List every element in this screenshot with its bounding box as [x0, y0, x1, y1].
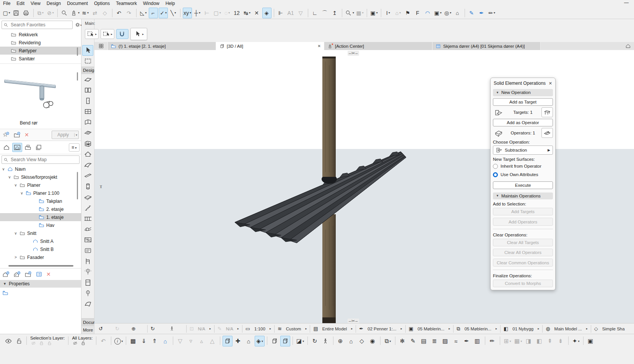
- edit-selection-set-button[interactable]: ▩ ▾: [355, 8, 364, 18]
- explore-button[interactable]: [165, 324, 185, 333]
- new-file-button[interactable]: ▢ ▾: [2, 8, 11, 18]
- arrow-tool-button[interactable]: ▸: [130, 28, 147, 40]
- favorites-folder-revidering[interactable]: Revidering: [0, 39, 81, 47]
- brush-button[interactable]: ✎: [408, 336, 418, 346]
- camera-view-button[interactable]: ◉: [368, 336, 378, 346]
- column-tool[interactable]: [81, 181, 94, 192]
- favorites-search-box[interactable]: [2, 21, 73, 29]
- add-as-operator-button[interactable]: Add as Operator: [493, 119, 553, 126]
- zoom-to-model-button[interactable]: ⌂: [346, 336, 356, 346]
- transform-button[interactable]: ▣ ▾: [369, 8, 379, 18]
- menu-item[interactable]: Teamwork: [113, 0, 140, 6]
- walk-3d-button[interactable]: [321, 336, 331, 346]
- favorites-scrollbar[interactable]: [77, 47, 78, 56]
- stair-tool[interactable]: [81, 202, 94, 213]
- 3d-preset-button[interactable]: ◪ ▾: [295, 336, 305, 346]
- morph-tool[interactable]: [81, 299, 94, 309]
- level-dimension-button[interactable]: ▽: [296, 8, 306, 18]
- tree-item-planer[interactable]: ∨ Planer: [0, 181, 81, 189]
- layer-combination-control[interactable]: ≋ Custom ▸: [276, 324, 309, 333]
- look-to-button[interactable]: ⊕: [336, 336, 346, 346]
- tree-item-snitt-a[interactable]: Snitt A: [0, 237, 81, 245]
- ref-level-3-button[interactable]: ▵: [197, 336, 207, 346]
- raise-element-button[interactable]: ⇞: [545, 336, 555, 346]
- tree-item-skisse[interactable]: ∨ Skisse/forprosjekt: [0, 173, 81, 181]
- wall-junction-button[interactable]: ⊩: [276, 8, 286, 18]
- waves-button[interactable]: ≈: [451, 336, 461, 346]
- zone-stamp-tool[interactable]: [81, 245, 94, 256]
- menu-item[interactable]: Design: [44, 0, 64, 6]
- suspend-groups-button[interactable]: ↶: [99, 336, 109, 346]
- bricks-button[interactable]: ▤: [419, 336, 429, 346]
- clear-all-targets-button[interactable]: Clear All Targets: [493, 239, 553, 246]
- ref-level-1-button[interactable]: ▽: [176, 336, 185, 346]
- view-map-button[interactable]: [12, 143, 22, 152]
- find-again-button[interactable]: ▾: [345, 8, 354, 18]
- snap-points-button[interactable]: ↹ ▾: [242, 8, 252, 18]
- favorites-folder-sanitaer[interactable]: Sanitær: [0, 55, 81, 63]
- grid-snap-button[interactable]: ┼ ▾: [193, 8, 202, 18]
- element-snap-button[interactable]: ◈: [262, 8, 271, 18]
- hatch-button[interactable]: ▨: [441, 336, 450, 346]
- viewmap-search-input[interactable]: [10, 157, 78, 163]
- project-map-button[interactable]: [2, 143, 11, 152]
- view-clone-button[interactable]: ⧉ ▾: [383, 336, 393, 346]
- tab-bar-home-button[interactable]: [622, 42, 634, 50]
- clear-all-operators-button[interactable]: Clear All Operators: [493, 249, 553, 256]
- tree-item-1-etasje[interactable]: 1. etasje: [0, 213, 81, 221]
- flip-door-button[interactable]: ◧: [535, 336, 545, 346]
- minimize-button[interactable]: —: [624, 0, 629, 5]
- curtain-door-tool[interactable]: [81, 85, 94, 95]
- equipment-tool[interactable]: [81, 277, 94, 288]
- add-targets-button[interactable]: Add Targets: [493, 208, 553, 215]
- element-info-button[interactable]: i ▾: [114, 336, 124, 346]
- all-layers-hide-icon[interactable]: [73, 341, 78, 346]
- pen-preview-control[interactable]: ✎ N/A ▸: [216, 324, 241, 333]
- tree-item-snitt-b[interactable]: Snitt B: [0, 245, 81, 253]
- new-folder-icon[interactable]: [24, 271, 32, 278]
- marquee-tool[interactable]: [81, 56, 94, 66]
- maintain-operations-section-header[interactable]: ▼ Maintain Operations: [493, 193, 553, 199]
- zoom-preset-control[interactable]: ⊡ N/A ▸: [188, 324, 213, 333]
- show-operators-button[interactable]: [541, 128, 553, 138]
- zoom-in-button[interactable]: ⊕: [130, 324, 146, 333]
- object-tool[interactable]: [81, 256, 94, 267]
- partial-structure-control[interactable]: ▤ Entire Model ▸: [311, 324, 354, 333]
- go-forward-button[interactable]: ↻: [113, 324, 130, 333]
- perspective-button[interactable]: [270, 336, 280, 346]
- dimension-style-button[interactable]: A1: [286, 8, 296, 18]
- quick-layers-button[interactable]: ≋ ▾: [81, 8, 90, 18]
- redo-button[interactable]: ↷: [125, 8, 134, 18]
- 3d-cutaway-button[interactable]: [223, 336, 232, 346]
- all-layers-lock-icon[interactable]: [81, 341, 86, 346]
- story-settings-button[interactable]: ⌂: [161, 336, 171, 346]
- lower-element-button[interactable]: ⇟: [556, 336, 566, 346]
- publisher-button[interactable]: [34, 143, 44, 152]
- palette-title-bar[interactable]: Solid Element Operations ✕: [493, 79, 553, 87]
- transfer-settings-button[interactable]: ⇄: [91, 8, 100, 18]
- snap-reference-button[interactable]: ✕: [252, 8, 262, 18]
- trace-reference-button[interactable]: ▢ ▾: [213, 8, 222, 18]
- new-view-icon[interactable]: [2, 271, 10, 278]
- tree-scrollbar[interactable]: [77, 172, 78, 199]
- go-back-button[interactable]: ↺: [97, 324, 113, 333]
- menu-item[interactable]: Help: [163, 0, 178, 6]
- gravity-button[interactable]: ◌ ▾: [223, 8, 232, 18]
- model-view-options-control[interactable]: ▣ 05 Møblerin... ▸: [407, 324, 452, 333]
- favorites-button[interactable]: ⌂ ▾: [393, 8, 403, 18]
- text-style-button[interactable]: I ▾: [384, 8, 393, 18]
- door-tool[interactable]: [81, 95, 94, 106]
- magnet-toggle[interactable]: [116, 29, 128, 39]
- graphic-override-control[interactable]: ⧉ 05 Møblerin... ▸: [455, 324, 499, 333]
- menu-item[interactable]: Window: [140, 0, 163, 6]
- use-own-attributes-radio[interactable]: Use Own Attributes: [493, 171, 553, 178]
- curtain-wall-tool[interactable]: [81, 138, 94, 149]
- cut-plane-marker-left[interactable]: ✂: [98, 184, 103, 190]
- add-operators-button[interactable]: Add Operators: [493, 218, 553, 225]
- pen-sets-button[interactable]: ✏ ▾: [487, 8, 496, 18]
- mesh-tool[interactable]: [81, 224, 94, 235]
- set-square-button[interactable]: ◺ ▾: [139, 8, 148, 18]
- clone-folder-icon[interactable]: [13, 271, 21, 278]
- tab-3d-all[interactable]: [3D / All] ✕: [216, 42, 324, 50]
- trim-button[interactable]: ∟: [310, 8, 320, 18]
